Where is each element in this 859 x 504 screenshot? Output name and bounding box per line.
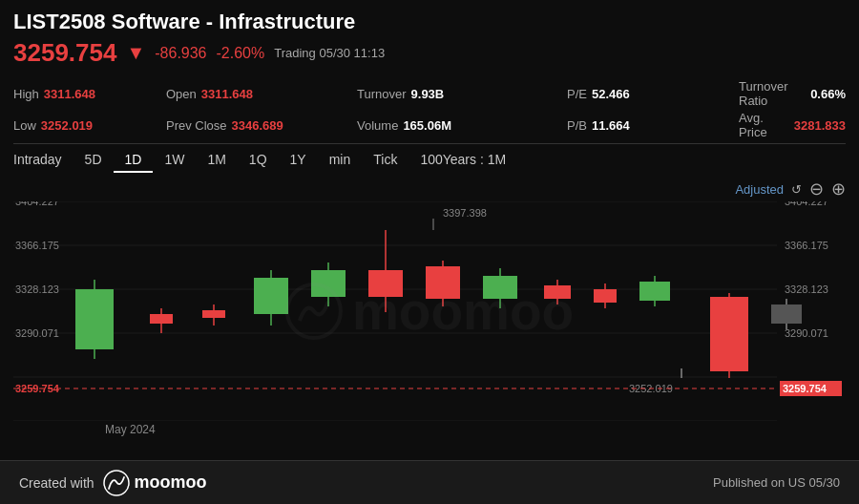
tab-100years[interactable]: 100Years : 1M — [409, 148, 517, 173]
svg-rect-20 — [254, 278, 288, 314]
tab-min[interactable]: min — [318, 148, 363, 173]
tab-intraday[interactable]: Intraday — [13, 148, 73, 173]
tab-1y[interactable]: 1Y — [279, 148, 318, 173]
tabs-container: Intraday 5D 1D 1W 1M 1Q 1Y min Tick 100Y… — [0, 148, 859, 173]
svg-rect-49 — [771, 304, 802, 324]
chart-controls: Adjusted ↺ ⊖ ⊕ — [0, 177, 859, 201]
x-axis-label: May 2024 — [0, 421, 859, 440]
tab-1m[interactable]: 1M — [196, 148, 237, 173]
svg-rect-41 — [639, 282, 670, 301]
svg-rect-14 — [150, 314, 173, 324]
price-arrow-down-icon: ▼ — [126, 42, 145, 64]
candlestick-chart: 3397.398 — [13, 201, 846, 421]
svg-text:3290.071: 3290.071 — [785, 327, 828, 339]
stat-pb: P/B 11.664 — [567, 111, 739, 139]
footer: Created with moomoo Published on US 05/3… — [0, 460, 859, 504]
undo-icon[interactable]: ↺ — [791, 182, 802, 197]
page-title: LIST2508 Software - Infrastructure — [13, 10, 846, 34]
adjusted-label: Adjusted — [735, 182, 784, 197]
svg-text:3404.227: 3404.227 — [15, 201, 59, 207]
stat-low: Low 3252.019 — [13, 111, 166, 139]
tab-1q[interactable]: 1Q — [238, 148, 279, 173]
svg-rect-35 — [544, 285, 571, 299]
tab-1w[interactable]: 1W — [153, 148, 196, 173]
svg-rect-23 — [311, 270, 346, 297]
footer-right: Published on US 05/30 — [713, 475, 840, 490]
stat-high: High 3311.648 — [13, 79, 166, 108]
stat-volume: Volume 165.06M — [357, 111, 567, 139]
svg-rect-32 — [483, 276, 517, 299]
price-change-percent: -2.60% — [217, 45, 265, 62]
tab-1d[interactable]: 1D — [114, 148, 154, 173]
svg-text:3328.123: 3328.123 — [785, 284, 828, 295]
stat-turnover-ratio: Turnover Ratio 0.66% — [739, 79, 846, 108]
stat-turnover: Turnover 9.93B — [357, 79, 567, 108]
stat-open: Open 3311.648 — [166, 79, 357, 108]
created-with-label: Created with — [19, 475, 94, 491]
trading-info: Trading 05/30 11:13 — [274, 46, 385, 60]
stat-avg-price: Avg. Price 3281.833 — [739, 111, 846, 139]
svg-rect-38 — [594, 289, 617, 303]
stat-pe: P/E 52.466 — [567, 79, 739, 108]
svg-text:3328.123: 3328.123 — [15, 284, 59, 295]
zoom-in-icon[interactable]: ⊕ — [831, 178, 846, 200]
svg-text:3366.175: 3366.175 — [785, 240, 828, 251]
current-price: 3259.754 — [13, 38, 116, 68]
svg-rect-26 — [368, 270, 403, 297]
svg-rect-29 — [426, 266, 460, 299]
moomoo-logo-icon — [102, 469, 131, 497]
svg-text:3290.071: 3290.071 — [15, 327, 59, 339]
stat-prev-close: Prev Close 3346.689 — [166, 111, 357, 139]
zoom-out-icon[interactable]: ⊖ — [809, 178, 824, 200]
svg-text:3259.754: 3259.754 — [15, 383, 60, 394]
svg-text:3259.754: 3259.754 — [783, 383, 828, 394]
published-label: Published on US 05/30 — [713, 475, 840, 490]
tab-5d[interactable]: 5D — [73, 148, 114, 173]
svg-rect-11 — [75, 289, 114, 349]
svg-rect-17 — [202, 310, 225, 318]
chart-area: moomoo 3397.398 — [13, 201, 846, 421]
moomoo-brand-name: moomoo — [135, 472, 207, 493]
price-change-value: -86.936 — [155, 45, 206, 62]
moomoo-logo: moomoo — [102, 469, 207, 497]
svg-text:3404.227: 3404.227 — [785, 201, 828, 207]
svg-text:3397.398: 3397.398 — [443, 207, 487, 219]
svg-text:3366.175: 3366.175 — [15, 240, 59, 251]
footer-left: Created with moomoo — [19, 469, 207, 497]
tab-tick[interactable]: Tick — [362, 148, 409, 173]
svg-rect-46 — [710, 297, 748, 371]
